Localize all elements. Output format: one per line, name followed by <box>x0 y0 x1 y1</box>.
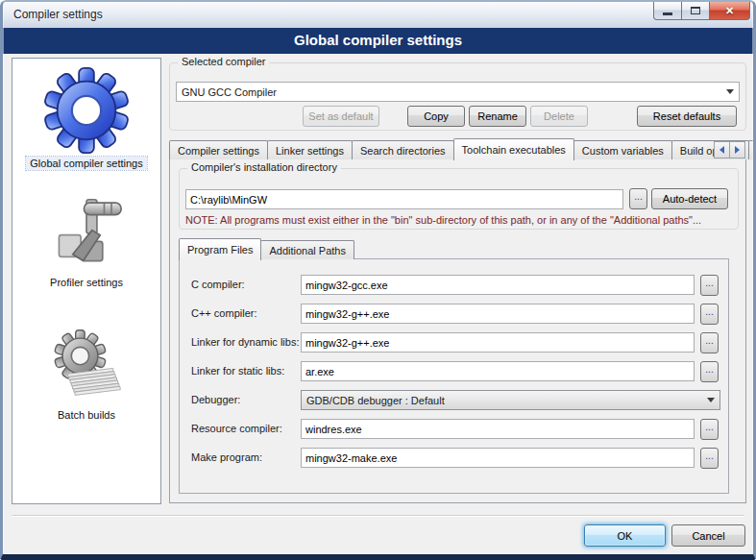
installation-directory-group: Compiler's installation directory ... Au… <box>179 168 739 230</box>
reset-defaults-button[interactable]: Reset defaults <box>637 106 737 127</box>
field-label: C compiler: <box>191 279 245 290</box>
field-label: Linker for dynamic libs: <box>191 336 300 348</box>
batch-builds-icon <box>40 328 133 406</box>
left-arrow-icon <box>719 146 724 154</box>
rename-button[interactable]: Rename <box>469 106 526 127</box>
tab-scroll-right-button[interactable] <box>729 141 745 158</box>
sidebar-item-label: Global compiler settings <box>26 157 146 170</box>
make-program-input[interactable] <box>301 448 695 468</box>
browse-button[interactable]: ... <box>700 275 719 296</box>
footer-divider <box>12 515 744 517</box>
selected-compiler-select[interactable]: GNU GCC Compiler <box>176 82 740 102</box>
delete-button[interactable]: Delete <box>530 106 588 127</box>
cpp-compiler-input[interactable] <box>301 304 695 324</box>
tab-search-directories[interactable]: Search directories <box>352 140 454 159</box>
tab-compiler-settings[interactable]: Compiler settings <box>169 140 268 159</box>
browse-button[interactable]: ... <box>700 361 719 382</box>
tab-scroll-buttons <box>715 141 745 158</box>
program-tabs: Program Files Additional Paths <box>179 238 354 259</box>
maximize-icon <box>691 7 700 14</box>
sidebar-item-label: Batch builds <box>54 408 119 422</box>
field-row-resource-compiler: Resource compiler: ... <box>180 419 728 442</box>
sidebar-item-label: Profiler settings <box>46 276 127 289</box>
browse-button[interactable]: ... <box>700 448 719 469</box>
copy-button[interactable]: Copy <box>407 106 465 127</box>
tab-program-files[interactable]: Program Files <box>179 238 261 260</box>
debugger-value: GDB/CDB debugger : Default <box>306 395 445 406</box>
c-compiler-input[interactable] <box>301 275 695 295</box>
browse-button[interactable]: ... <box>700 419 719 440</box>
chevron-down-icon <box>726 89 734 94</box>
field-label: Debugger: <box>191 394 240 405</box>
window-title: Compiler settings <box>13 8 103 21</box>
field-row-static-linker: Linker for static libs: ... <box>180 361 728 384</box>
program-files-panel: C compiler: ... C++ compiler: ... Linker… <box>179 258 729 494</box>
field-row-make-program: Make program: ... <box>180 448 728 471</box>
tab-scroll-left-button[interactable] <box>714 141 730 158</box>
browse-button[interactable]: ... <box>700 304 719 325</box>
category-list: Global compiler settings Profiler settin… <box>12 58 161 504</box>
dynamic-linker-input[interactable] <box>301 332 695 353</box>
field-row-debugger: Debugger: GDB/CDB debugger : Default <box>180 390 728 413</box>
field-label: Linker for static libs: <box>191 365 284 377</box>
close-icon: ✕ <box>725 5 734 17</box>
installation-directory-label: Compiler's installation directory <box>187 161 341 173</box>
tab-additional-paths[interactable]: Additional Paths <box>260 240 354 259</box>
field-row-c-compiler: C compiler: ... <box>180 275 728 298</box>
field-label: Resource compiler: <box>191 423 282 434</box>
profiler-caliper-icon <box>42 193 131 274</box>
gear-icon <box>39 66 134 155</box>
field-row-dynamic-linker: Linker for dynamic libs: ... <box>180 332 728 355</box>
maximize-button[interactable] <box>681 2 710 20</box>
note-text: NOTE: All programs must exist either in … <box>185 214 735 226</box>
compiler-settings-dialog: Compiler settings ✕ Global compiler sett… <box>0 0 756 560</box>
debugger-select[interactable]: GDB/CDB debugger : Default <box>301 390 720 410</box>
toolchain-executables-panel: Compiler's installation directory ... Au… <box>169 158 746 503</box>
tab-custom-variables[interactable]: Custom variables <box>573 140 672 159</box>
set-as-default-button[interactable]: Set as default <box>303 106 379 127</box>
ok-button[interactable]: OK <box>584 524 666 547</box>
tab-clipped[interactable] <box>748 140 755 159</box>
sidebar-item-global-compiler-settings[interactable]: Global compiler settings <box>26 66 146 170</box>
page-title: Global compiler settings <box>3 28 753 54</box>
right-arrow-icon <box>735 146 740 154</box>
minimize-icon <box>663 12 672 15</box>
static-linker-input[interactable] <box>301 361 695 381</box>
selected-compiler-value: GNU GCC Compiler <box>182 86 277 98</box>
field-row-cpp-compiler: C++ compiler: ... <box>180 304 728 327</box>
titlebar[interactable]: Compiler settings <box>0 0 756 28</box>
tab-toolchain-executables[interactable]: Toolchain executables <box>453 138 574 160</box>
selected-compiler-group-label: Selected compiler <box>178 56 269 67</box>
field-label: Make program: <box>191 451 262 463</box>
browse-directory-button[interactable]: ... <box>629 188 647 209</box>
settings-tabs: Compiler settings Linker settings Search… <box>169 138 754 159</box>
browse-button[interactable]: ... <box>700 332 719 353</box>
tab-linker-settings[interactable]: Linker settings <box>267 140 353 159</box>
close-button[interactable]: ✕ <box>709 2 750 20</box>
selected-compiler-group: Selected compiler GNU GCC Compiler Set a… <box>169 62 746 131</box>
resource-compiler-input[interactable] <box>301 419 695 439</box>
minimize-button[interactable] <box>653 2 682 20</box>
auto-detect-button[interactable]: Auto-detect <box>651 188 728 209</box>
chevron-down-icon <box>707 398 715 402</box>
field-label: C++ compiler: <box>191 307 256 319</box>
sidebar-item-profiler-settings[interactable]: Profiler settings <box>42 193 131 289</box>
sidebar-item-batch-builds[interactable]: Batch builds <box>40 328 133 422</box>
window-controls: ✕ <box>654 2 750 20</box>
installation-directory-input[interactable] <box>185 189 623 209</box>
cancel-button[interactable]: Cancel <box>671 524 745 547</box>
